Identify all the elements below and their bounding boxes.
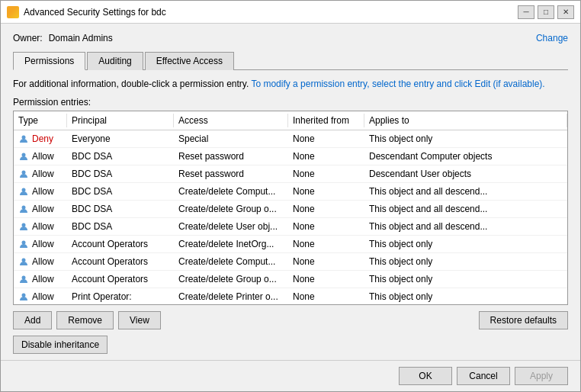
cell-type: Allow <box>14 202 67 216</box>
cell-type: Allow <box>14 149 67 163</box>
permissions-table: Type Principal Access Inherited from App… <box>13 111 568 305</box>
user-icon <box>18 221 29 232</box>
remove-button[interactable]: Remove <box>56 311 114 329</box>
cell-inherited: None <box>288 167 364 181</box>
owner-change-link[interactable]: Change <box>536 33 568 43</box>
svg-point-0 <box>22 135 26 139</box>
cell-principal: BDC DSA <box>67 185 174 198</box>
table-row[interactable]: Allow Account Operators Create/delete Co… <box>14 253 567 271</box>
disable-inheritance-row: Disable inheritance <box>13 336 568 354</box>
table-body[interactable]: Deny Everyone Special None This object o… <box>14 130 567 304</box>
bottom-buttons: Add Remove View Restore defaults <box>13 311 568 329</box>
user-icon <box>18 274 29 284</box>
cell-inherited: None <box>288 220 364 233</box>
table-row[interactable]: Allow BDC DSA Reset password None Descen… <box>14 148 567 165</box>
tab-effective-access[interactable]: Effective Access <box>145 52 234 70</box>
col-header-principal: Principal <box>67 114 174 127</box>
ok-button[interactable]: OK <box>399 367 452 385</box>
cell-type: Allow <box>14 220 67 233</box>
table-row[interactable]: Allow BDC DSA Create/delete User obj... … <box>14 218 567 236</box>
cell-inherited: None <box>288 237 364 251</box>
footer: OK Cancel Apply <box>1 360 580 391</box>
cell-access: Create/delete InetOrg... <box>174 237 288 251</box>
col-header-applies: Applies to <box>364 114 567 127</box>
cell-type: Allow <box>14 237 67 251</box>
user-icon <box>18 151 29 162</box>
tab-auditing[interactable]: Auditing <box>87 52 143 70</box>
cell-access: Create/delete Comput... <box>174 185 288 198</box>
cell-access: Create/delete Printer o... <box>174 290 288 304</box>
cell-inherited: None <box>288 185 364 198</box>
svg-point-1 <box>22 153 26 156</box>
user-icon <box>18 186 29 197</box>
cancel-button[interactable]: Cancel <box>457 367 510 385</box>
cell-inherited: None <box>288 255 364 268</box>
cell-access: Create/delete Group o... <box>174 202 288 216</box>
cell-applies: This object and all descend... <box>364 185 567 198</box>
col-header-type: Type <box>14 114 67 127</box>
table-row[interactable]: Allow BDC DSA Create/delete Group o... N… <box>14 201 567 218</box>
col-header-inherited: Inherited from <box>288 114 364 127</box>
owner-value: Domain Admins <box>49 33 530 43</box>
table-row[interactable]: Allow Account Operators Create/delete Gr… <box>14 271 567 288</box>
cell-type: Allow <box>14 255 67 268</box>
close-button[interactable]: ✕ <box>557 5 574 19</box>
cell-access: Special <box>174 132 288 146</box>
cell-access: Create/delete Comput... <box>174 255 288 268</box>
info-text-link[interactable]: To modify a permission entry, select the… <box>251 79 544 89</box>
table-header: Type Principal Access Inherited from App… <box>14 111 567 130</box>
user-icon <box>18 239 29 249</box>
cell-access: Create/delete User obj... <box>174 220 288 233</box>
title-bar: Advanced Security Settings for bdc ─ □ ✕ <box>1 1 580 24</box>
table-row[interactable]: Allow BDC DSA Reset password None Descen… <box>14 165 567 183</box>
content-area: Owner: Domain Admins Change Permissions … <box>1 24 580 360</box>
add-button[interactable]: Add <box>13 311 52 329</box>
svg-point-7 <box>22 258 26 262</box>
table-row[interactable]: Allow Account Operators Create/delete In… <box>14 236 567 253</box>
disable-inheritance-button[interactable]: Disable inheritance <box>13 336 108 354</box>
view-button[interactable]: View <box>118 311 161 329</box>
window-icon <box>7 6 19 18</box>
tab-bar: Permissions Auditing Effective Access <box>13 51 568 70</box>
user-icon <box>18 256 29 267</box>
cell-inherited: None <box>288 290 364 304</box>
cell-access: Reset password <box>174 167 288 181</box>
cell-applies: This object and all descend... <box>364 202 567 216</box>
section-label: Permission entries: <box>13 97 568 108</box>
cell-inherited: None <box>288 132 364 146</box>
cell-principal: Account Operators <box>67 255 174 268</box>
cell-access: Create/delete Group o... <box>174 272 288 286</box>
cell-applies: This object only <box>364 132 567 146</box>
cell-applies: This object only <box>364 237 567 251</box>
window-controls: ─ □ ✕ <box>518 5 574 19</box>
cell-inherited: None <box>288 272 364 286</box>
svg-point-3 <box>22 188 26 191</box>
restore-defaults-button[interactable]: Restore defaults <box>479 311 568 329</box>
user-icon <box>18 204 29 214</box>
cell-type: Allow <box>14 167 67 181</box>
apply-button[interactable]: Apply <box>515 367 568 385</box>
cell-principal: Account Operators <box>67 237 174 251</box>
main-window: Advanced Security Settings for bdc ─ □ ✕… <box>0 0 581 392</box>
minimize-button[interactable]: ─ <box>518 5 534 19</box>
svg-point-4 <box>22 205 26 209</box>
cell-applies: This object only <box>364 290 567 304</box>
col-header-access: Access <box>174 114 288 127</box>
cell-principal: Account Operators <box>67 272 174 286</box>
maximize-button[interactable]: □ <box>538 5 554 19</box>
table-row[interactable]: Allow Print Operator: Create/delete Prin… <box>14 288 567 304</box>
table-row[interactable]: Allow BDC DSA Create/delete Comput... No… <box>14 183 567 201</box>
owner-row: Owner: Domain Admins Change <box>13 33 568 43</box>
cell-inherited: None <box>288 149 364 163</box>
cell-applies: This object only <box>364 255 567 268</box>
cell-applies: This object only <box>364 272 567 286</box>
cell-type: Allow <box>14 185 67 198</box>
cell-principal: BDC DSA <box>67 149 174 163</box>
cell-type: Allow <box>14 272 67 286</box>
tab-permissions[interactable]: Permissions <box>13 52 85 70</box>
cell-access: Reset password <box>174 149 288 163</box>
owner-label: Owner: <box>13 33 43 43</box>
svg-point-5 <box>22 223 26 227</box>
user-icon <box>18 133 29 144</box>
table-row[interactable]: Deny Everyone Special None This object o… <box>14 130 567 148</box>
